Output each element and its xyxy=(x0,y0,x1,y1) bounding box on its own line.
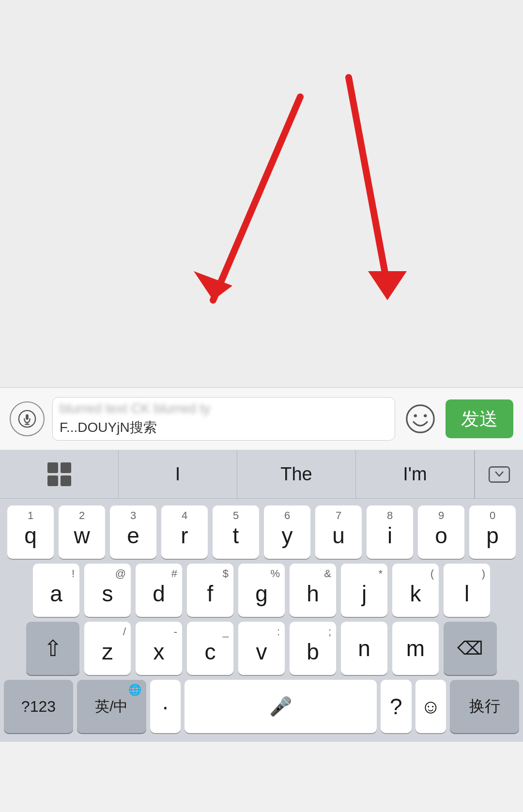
pred-item-the[interactable]: The xyxy=(237,450,356,498)
svg-line-2 xyxy=(349,77,387,286)
num-key[interactable]: ?123 xyxy=(4,680,73,733)
delete-key[interactable]: ⌫ xyxy=(444,622,497,675)
lang-label: 英/中 xyxy=(95,697,128,717)
key-i[interactable]: 8 i xyxy=(367,506,413,559)
arrows-overlay xyxy=(0,0,523,387)
svg-point-10 xyxy=(424,414,427,417)
key-s[interactable]: @ s xyxy=(84,564,131,617)
key-row-2: ! a @ s # d $ f % g & h * j ( k xyxy=(4,564,519,617)
key-row-3: ⇧ / z - x _ c : v ; b n m ⌫ xyxy=(4,622,519,675)
key-n[interactable]: n xyxy=(341,622,387,675)
svg-rect-11 xyxy=(489,467,509,482)
key-f[interactable]: $ f xyxy=(187,564,233,617)
key-row-1: 1 q 2 w 3 e 4 r 5 t 6 y 7 u 8 i xyxy=(4,506,519,559)
key-m[interactable]: m xyxy=(392,622,439,675)
key-c[interactable]: _ c xyxy=(187,622,233,675)
delete-icon: ⌫ xyxy=(457,638,483,659)
shift-icon: ⇧ xyxy=(44,635,62,661)
key-h[interactable]: & h xyxy=(290,564,336,617)
key-w[interactable]: 2 w xyxy=(59,506,105,559)
key-o[interactable]: 9 o xyxy=(418,506,464,559)
emoji-icon xyxy=(405,403,436,434)
key-k[interactable]: ( k xyxy=(392,564,439,617)
svg-rect-5 xyxy=(26,414,29,420)
key-p[interactable]: 0 p xyxy=(469,506,516,559)
key-a[interactable]: ! a xyxy=(33,564,79,617)
voice-button[interactable] xyxy=(10,401,45,436)
dot-key[interactable]: · xyxy=(150,680,181,733)
send-button[interactable]: 发送 xyxy=(446,399,513,438)
key-row-bottom: ?123 🌐 英/中 · 🎤 ? ☺ 换行 xyxy=(4,680,519,733)
pred-item-I[interactable]: I xyxy=(119,450,237,498)
keyboard: 1 q 2 w 3 e 4 r 5 t 6 y 7 u 8 i xyxy=(0,499,523,742)
message-input[interactable]: blurred text CK blurred ty F...DOUYjN搜索 xyxy=(52,397,395,441)
key-y[interactable]: 6 y xyxy=(264,506,310,559)
input-line1: blurred text CK blurred ty xyxy=(60,401,388,416)
chat-area xyxy=(0,0,523,387)
predictive-bar: I The I'm xyxy=(0,450,523,499)
key-z[interactable]: / z xyxy=(84,622,131,675)
space-key[interactable]: 🎤 xyxy=(185,680,377,733)
key-v[interactable]: : v xyxy=(238,622,285,675)
svg-point-9 xyxy=(414,414,417,417)
emoji-keyboard-icon: ☺ xyxy=(421,696,441,718)
dismiss-keyboard-button[interactable] xyxy=(475,450,523,498)
key-e[interactable]: 3 e xyxy=(110,506,156,559)
dot-label: · xyxy=(162,693,169,720)
key-x[interactable]: - x xyxy=(136,622,182,675)
input-line2: F...DOUYjN搜索 xyxy=(60,418,388,437)
key-j[interactable]: * j xyxy=(341,564,387,617)
key-d[interactable]: # d xyxy=(136,564,182,617)
key-u[interactable]: 7 u xyxy=(315,506,362,559)
mic-icon: 🎤 xyxy=(269,696,292,717)
svg-marker-3 xyxy=(368,271,407,300)
dismiss-icon xyxy=(487,462,512,487)
return-key[interactable]: 换行 xyxy=(450,680,519,733)
key-g[interactable]: % g xyxy=(238,564,285,617)
emoji-button[interactable] xyxy=(403,401,438,436)
emoji-keyboard-key[interactable]: ☺ xyxy=(415,680,446,733)
svg-marker-1 xyxy=(194,271,232,300)
svg-point-8 xyxy=(407,405,434,432)
question-label: ? xyxy=(390,693,402,720)
key-t[interactable]: 5 t xyxy=(213,506,259,559)
num-label: ?123 xyxy=(21,698,56,716)
input-bar: blurred text CK blurred ty F...DOUYjN搜索 … xyxy=(0,387,523,450)
return-label: 换行 xyxy=(469,696,500,717)
key-q[interactable]: 1 q xyxy=(7,506,54,559)
svg-line-0 xyxy=(213,97,300,300)
key-r[interactable]: 4 r xyxy=(161,506,208,559)
key-b[interactable]: ; b xyxy=(290,622,336,675)
lang-key[interactable]: 🌐 英/中 xyxy=(77,680,146,733)
pred-grid-item[interactable] xyxy=(0,450,119,498)
key-l[interactable]: ) l xyxy=(444,564,490,617)
voice-icon xyxy=(18,410,36,428)
shift-key[interactable]: ⇧ xyxy=(26,622,79,675)
pred-item-im[interactable]: I'm xyxy=(356,450,475,498)
question-key[interactable]: ? xyxy=(381,680,412,733)
